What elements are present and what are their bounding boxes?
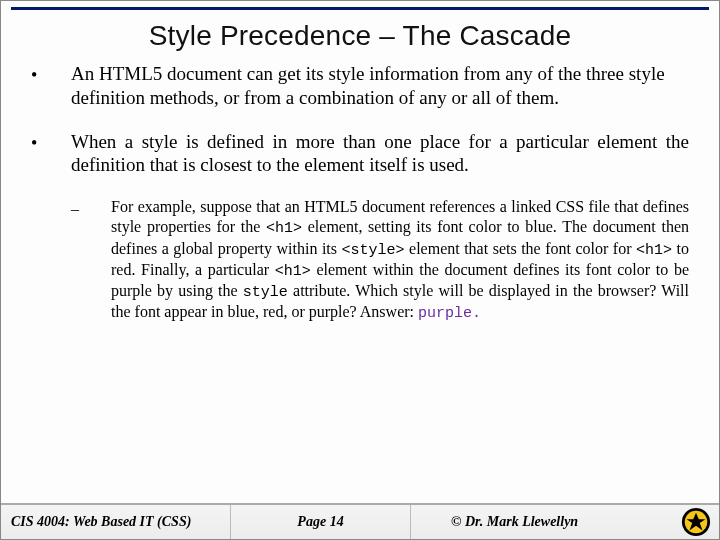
sub-text: For example, suppose that an HTML5 docum… [111,197,689,323]
code-run: <h1> [275,263,311,280]
bullet-marker: • [31,130,71,178]
sub-marker: – [71,197,111,323]
footer-page: Page 14 [231,505,411,539]
ucf-logo-icon [681,507,711,537]
bullet-text: When a style is defined in more than one… [71,130,689,178]
bullet-item: • An HTML5 document can get its style in… [31,62,689,110]
sub-bullet: – For example, suppose that an HTML5 doc… [71,197,689,323]
code-run: style [243,284,288,301]
code-run: <style> [342,242,405,259]
footer-course: CIS 4004: Web Based IT (CSS) [1,505,231,539]
code-run: <h1> [636,242,672,259]
bullet-text: An HTML5 document can get its style info… [71,62,689,110]
bullet-marker: • [31,62,71,110]
text-run: element that sets the font color for [405,240,637,257]
bullet-item: • When a style is defined in more than o… [31,130,689,178]
answer-text: purple. [418,305,481,322]
slide-content: • An HTML5 document can get its style in… [1,60,719,503]
slide: Style Precedence – The Cascade • An HTML… [1,1,719,539]
code-run: <h1> [266,220,302,237]
footer-author: © Dr. Mark Llewellyn [411,505,719,539]
slide-title: Style Precedence – The Cascade [1,10,719,60]
slide-footer: CIS 4004: Web Based IT (CSS) Page 14 © D… [1,503,719,539]
